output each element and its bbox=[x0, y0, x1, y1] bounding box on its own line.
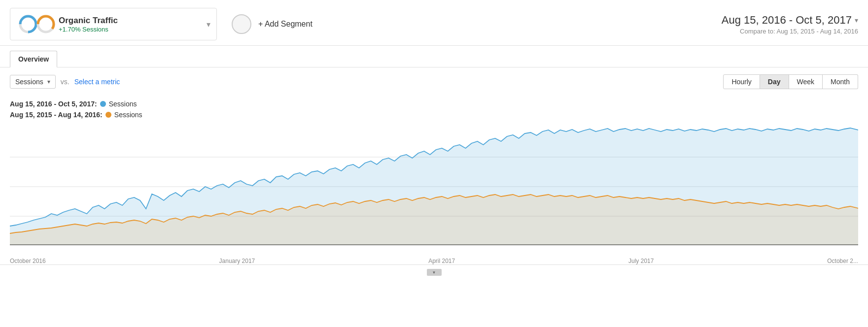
scrollbar-area bbox=[0, 264, 868, 278]
legend-item-series1: Aug 15, 2016 - Oct 5, 2017: Sessions bbox=[10, 100, 858, 108]
vs-label: vs. bbox=[61, 78, 69, 86]
orange-donut-icon bbox=[35, 13, 57, 35]
segment-title: Organic Traffic bbox=[59, 16, 118, 26]
compare-prefix: Compare to: bbox=[740, 28, 775, 35]
time-btn-week[interactable]: Week bbox=[789, 74, 823, 89]
legend-series2-label: Sessions bbox=[114, 111, 142, 119]
metric-label: Sessions bbox=[15, 78, 43, 86]
segment-icons bbox=[17, 13, 53, 35]
add-segment-label: + Add Segment bbox=[258, 20, 312, 29]
add-segment[interactable]: + Add Segment bbox=[232, 14, 380, 34]
legend-orange-dot-icon bbox=[105, 112, 111, 118]
date-compare: Compare to: Aug 15, 2015 - Aug 14, 2016 bbox=[722, 28, 858, 35]
controls-bar: Sessions ▾ vs. Select a metric Hourly Da… bbox=[0, 67, 868, 96]
segment-info: Organic Traffic +1.70% Sessions bbox=[59, 16, 118, 33]
date-range-area[interactable]: Aug 15, 2016 - Oct 5, 2017 ▾ Compare to:… bbox=[722, 14, 858, 35]
tab-overview[interactable]: Overview bbox=[10, 51, 57, 67]
scrollbar-handle[interactable] bbox=[427, 269, 442, 276]
legend-blue-dot-icon bbox=[100, 101, 106, 107]
legend-series1-date: Aug 15, 2016 - Oct 5, 2017: bbox=[10, 100, 97, 108]
time-btn-day[interactable]: Day bbox=[760, 74, 789, 89]
time-buttons: Hourly Day Week Month bbox=[723, 74, 858, 89]
legend: Aug 15, 2016 - Oct 5, 2017: Sessions Aug… bbox=[0, 96, 868, 128]
select-metric-link[interactable]: Select a metric bbox=[74, 78, 120, 86]
segment-card[interactable]: Organic Traffic +1.70% Sessions ▾ bbox=[10, 8, 217, 40]
time-btn-month[interactable]: Month bbox=[823, 74, 858, 89]
metric-chevron-icon: ▾ bbox=[47, 78, 50, 85]
x-label-oct2016: October 2016 bbox=[10, 258, 46, 264]
add-segment-circle-icon bbox=[232, 14, 251, 34]
legend-series1-label: Sessions bbox=[109, 100, 137, 108]
legend-series2-date: Aug 15, 2015 - Aug 14, 2016: bbox=[10, 111, 103, 119]
date-range-chevron-icon: ▾ bbox=[855, 16, 858, 24]
chart-svg bbox=[10, 128, 858, 246]
header: Organic Traffic +1.70% Sessions ▾ + Add … bbox=[0, 0, 868, 46]
segment-sessions-pct: +1.70% Sessions bbox=[59, 26, 118, 33]
compare-date: Aug 15, 2015 - Aug 14, 2016 bbox=[776, 28, 858, 35]
legend-item-series2: Aug 15, 2015 - Aug 14, 2016: Sessions bbox=[10, 111, 858, 119]
x-label-oct2: October 2... bbox=[827, 258, 858, 264]
segment-chevron-icon: ▾ bbox=[207, 20, 210, 29]
chart-container bbox=[0, 128, 868, 256]
metric-selector[interactable]: Sessions ▾ bbox=[10, 75, 56, 89]
x-label-apr2017: April 2017 bbox=[428, 258, 455, 264]
tab-bar: Overview bbox=[0, 51, 868, 67]
x-label-jul2017: July 2017 bbox=[628, 258, 654, 264]
x-axis: October 2016 January 2017 April 2017 Jul… bbox=[0, 256, 868, 264]
x-label-jan2017: January 2017 bbox=[219, 258, 255, 264]
time-btn-hourly[interactable]: Hourly bbox=[723, 74, 760, 89]
date-range-main: Aug 15, 2016 - Oct 5, 2017 bbox=[722, 14, 852, 27]
